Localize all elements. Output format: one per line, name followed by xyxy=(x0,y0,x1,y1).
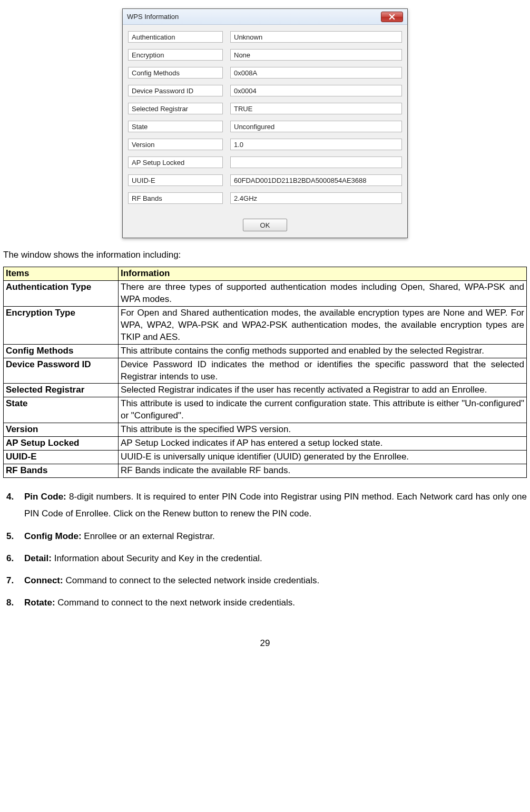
table-row: RF BandsRF Bands indicate the available … xyxy=(4,464,527,478)
list-item-body: Information about Security and Key in th… xyxy=(52,553,262,563)
dialog-field-value: TRUE xyxy=(230,103,402,114)
dialog-field-row: UUID-E60FDAD001DD211B2BDA5000854AE3688 xyxy=(128,174,402,186)
list-item-body: 8-digit numbers. It is required to enter… xyxy=(24,492,527,518)
list-item-title: Connect: xyxy=(24,575,63,585)
page-number: 29 xyxy=(3,638,527,649)
dialog-field-label: AP Setup Locked xyxy=(128,156,223,168)
dialog-field-value: Unknown xyxy=(230,31,402,43)
table-cell-info: UUID-E is universally unique identifier … xyxy=(119,451,527,464)
dialog-field-value xyxy=(230,156,402,168)
table-cell-info: There are three types of supported authe… xyxy=(119,280,527,306)
dialog-field-value: 0x008A xyxy=(230,67,402,79)
list-item: Config Mode: Enrollee or an external Reg… xyxy=(24,528,527,545)
wps-info-dialog: WPS Information AuthenticationUnknownEnc… xyxy=(122,8,408,238)
table-cell-item: AP Setup Locked xyxy=(4,437,119,451)
table-row: Authentication TypeThere are three types… xyxy=(4,280,527,306)
dialog-field-label: Device Password ID xyxy=(128,85,223,96)
dialog-field-label: State xyxy=(128,121,223,132)
dialog-field-row: AuthenticationUnknown xyxy=(128,31,402,43)
table-header-items: Items xyxy=(4,267,119,281)
list-item-body: Enrollee or an external Registrar. xyxy=(82,531,215,541)
list-item-title: Detail: xyxy=(24,553,52,563)
close-icon xyxy=(389,14,395,20)
ok-button-label: OK xyxy=(260,221,270,229)
dialog-field-value: 60FDAD001DD211B2BDA5000854AE3688 xyxy=(230,174,402,186)
dialog-field-row: RF Bands2.4GHz xyxy=(128,192,402,204)
table-cell-item: Authentication Type xyxy=(4,280,119,306)
table-cell-item: State xyxy=(4,397,119,423)
dialog-field-row: Version1.0 xyxy=(128,139,402,150)
dialog-field-label: Encryption xyxy=(128,49,223,61)
table-row: Device Password IDDevice Password ID ind… xyxy=(4,358,527,384)
table-cell-info: This attribute is the specified WPS vers… xyxy=(119,423,527,437)
table-header-info: Information xyxy=(119,267,527,281)
dialog-field-row: AP Setup Locked xyxy=(128,156,402,168)
ok-button[interactable]: OK xyxy=(243,219,287,231)
table-cell-item: Device Password ID xyxy=(4,358,119,384)
dialog-field-value: 0x0004 xyxy=(230,85,402,96)
list-item-title: Rotate: xyxy=(24,598,55,608)
table-cell-info: Device Password ID indicates the method … xyxy=(119,358,527,384)
table-cell-info: This attribute contains the config metho… xyxy=(119,344,527,358)
dialog-field-row: Device Password ID0x0004 xyxy=(128,85,402,96)
dialog-field-label: UUID-E xyxy=(128,174,223,186)
intro-text: The window shows the information includi… xyxy=(3,250,527,260)
close-button[interactable] xyxy=(381,12,403,22)
list-item: Rotate: Command to connect to the next n… xyxy=(24,594,527,611)
table-row: Selected RegistrarSelected Registrar ind… xyxy=(4,384,527,397)
table-cell-item: RF Bands xyxy=(4,464,119,478)
dialog-field-label: RF Bands xyxy=(128,192,223,204)
dialog-body: AuthenticationUnknownEncryptionNoneConfi… xyxy=(123,25,407,216)
table-cell-info: AP Setup Locked indicates if AP has ente… xyxy=(119,437,527,451)
dialog-field-label: Selected Registrar xyxy=(128,103,223,114)
dialog-field-row: Selected RegistrarTRUE xyxy=(128,103,402,114)
table-row: UUID-EUUID-E is universally unique ident… xyxy=(4,451,527,464)
table-cell-item: Encryption Type xyxy=(4,306,119,344)
table-cell-info: RF Bands indicate the available RF bands… xyxy=(119,464,527,478)
table-row: StateThis attribute is used to indicate … xyxy=(4,397,527,423)
table-row: AP Setup LockedAP Setup Locked indicates… xyxy=(4,437,527,451)
dialog-field-label: Config Methods xyxy=(128,67,223,79)
dialog-field-value: 2.4GHz xyxy=(230,192,402,204)
table-row: VersionThis attribute is the specified W… xyxy=(4,423,527,437)
dialog-field-label: Authentication xyxy=(128,31,223,43)
table-cell-item: Version xyxy=(4,423,119,437)
list-item: Connect: Command to connect to the selec… xyxy=(24,572,527,589)
dialog-title: WPS Information xyxy=(127,13,381,21)
dialog-field-label: Version xyxy=(128,139,223,150)
table-cell-item: Config Methods xyxy=(4,344,119,358)
table-row: Encryption TypeFor Open and Shared authe… xyxy=(4,306,527,344)
list-item-title: Config Mode: xyxy=(24,531,82,541)
numbered-list: Pin Code: 8-digit numbers. It is require… xyxy=(3,488,527,612)
dialog-field-value: Unconfigured xyxy=(230,121,402,132)
list-item: Pin Code: 8-digit numbers. It is require… xyxy=(24,488,527,523)
table-cell-item: UUID-E xyxy=(4,451,119,464)
table-row: Config MethodsThis attribute contains th… xyxy=(4,344,527,358)
table-cell-item: Selected Registrar xyxy=(4,384,119,397)
list-item: Detail: Information about Security and K… xyxy=(24,550,527,567)
dialog-field-value: None xyxy=(230,49,402,61)
dialog-field-row: StateUnconfigured xyxy=(128,121,402,132)
list-item-body: Command to connect to the selected netwo… xyxy=(63,575,320,585)
list-item-title: Pin Code: xyxy=(24,492,66,502)
info-table: Items Information Authentication TypeThe… xyxy=(3,267,527,478)
table-cell-info: This attribute is used to indicate the c… xyxy=(119,397,527,423)
table-cell-info: Selected Registrar indicates if the user… xyxy=(119,384,527,397)
list-item-body: Command to connect to the next network i… xyxy=(55,598,295,608)
dialog-field-value: 1.0 xyxy=(230,139,402,150)
dialog-field-row: Config Methods0x008A xyxy=(128,67,402,79)
dialog-titlebar: WPS Information xyxy=(123,9,407,25)
table-cell-info: For Open and Shared authentication modes… xyxy=(119,306,527,344)
dialog-field-row: EncryptionNone xyxy=(128,49,402,61)
